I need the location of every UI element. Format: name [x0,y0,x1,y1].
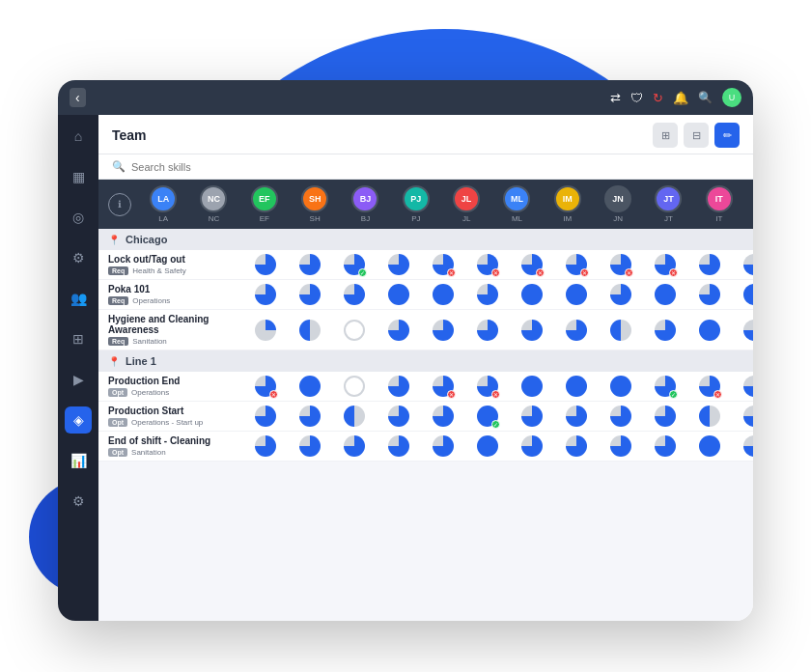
avatar[interactable]: EF [251,185,278,212]
skill-cell-pie[interactable] [433,320,454,341]
skill-cell-pie[interactable] [477,435,498,457]
avatar[interactable]: JN [604,185,631,212]
skill-cell-pie[interactable] [521,320,543,341]
avatar[interactable]: IT [706,185,733,212]
skill-cell-pie[interactable] [344,320,365,341]
skill-cell-pie[interactable] [610,435,631,457]
skill-cell-pie[interactable] [433,406,454,427]
skill-cell-pie[interactable] [699,320,720,341]
grid-view-button[interactable]: ⊞ [653,123,678,148]
skill-cell-pie[interactable] [299,320,321,341]
avatar[interactable]: BJ [351,185,378,212]
skill-cell-pie[interactable]: ✕ [699,376,720,397]
skill-cell-pie[interactable]: ✓ [344,254,365,275]
skill-cell-pie[interactable] [477,284,498,305]
sidebar-item-gauge[interactable]: ◎ [65,204,92,231]
skill-cell-pie[interactable] [388,376,409,397]
skill-cell-pie[interactable] [344,376,365,397]
sidebar-item-video[interactable]: ▶ [65,366,92,393]
edit-button[interactable]: ✏ [714,123,740,148]
sidebar-item-people[interactable]: 👥 [65,285,92,312]
skill-cell-pie[interactable] [566,435,587,457]
skill-cell-pie[interactable] [655,320,676,341]
skill-cell-pie[interactable]: ✕ [610,254,631,275]
avatar[interactable]: ML [503,185,530,212]
skill-cell-pie[interactable] [743,320,753,341]
skill-cell-pie[interactable] [299,376,321,397]
skill-cell-pie[interactable] [299,254,321,275]
skill-cell-pie[interactable] [433,435,454,457]
skill-cell-pie[interactable]: ✓ [655,376,676,397]
info-icon[interactable]: ℹ [108,193,131,216]
filter-button[interactable]: ⊟ [684,123,709,148]
skill-cell-pie[interactable] [477,320,498,341]
skill-cell-pie[interactable]: ✓ [477,406,498,427]
skill-cell-pie[interactable] [521,406,543,427]
skill-cell-pie[interactable] [344,435,365,457]
skill-cell-pie[interactable] [299,406,321,427]
skill-cell-pie[interactable] [566,376,587,397]
avatar[interactable]: SH [301,185,328,212]
sidebar-item-settings[interactable]: ⚙ [65,488,92,515]
skill-cell-pie[interactable] [699,284,720,305]
sidebar-item-home[interactable]: ⌂ [65,123,92,150]
sidebar-item-analytics[interactable]: 📊 [65,447,92,474]
skill-cell-pie[interactable] [299,284,321,305]
skill-cell-pie[interactable] [388,254,409,275]
matrix-container[interactable]: ℹ LA LA NC NC EF EF SH SH BJ BJ PJ PJ JL… [98,180,753,621]
refresh-icon[interactable]: ↻ [653,91,663,105]
skill-cell-pie[interactable]: ✕ [477,376,498,397]
notification-icon[interactable]: 🔔 [673,91,688,105]
sidebar-item-team[interactable]: ⚙ [65,244,92,271]
skill-cell-pie[interactable] [388,435,409,457]
sidebar-item-skills[interactable]: ◈ [65,406,92,434]
avatar[interactable]: NC [200,185,227,212]
avatar[interactable]: PJ [403,185,430,212]
skill-cell-pie[interactable] [521,435,543,457]
skill-cell-pie[interactable] [255,284,276,305]
skill-cell-pie[interactable] [388,320,409,341]
skill-cell-pie[interactable]: ✕ [433,376,454,397]
skill-cell-pie[interactable] [566,320,587,341]
skill-cell-pie[interactable] [655,435,676,457]
skill-cell-pie[interactable] [433,284,454,305]
skill-cell-pie[interactable]: ✕ [566,254,587,275]
search-icon[interactable]: 🔍 [698,91,713,104]
skill-cell-pie[interactable] [655,406,676,427]
skill-cell-pie[interactable] [699,406,720,427]
skill-cell-pie[interactable]: ✕ [743,376,753,397]
skill-cell-pie[interactable]: ✕ [433,254,454,275]
skill-cell-pie[interactable] [255,435,276,457]
avatar[interactable]: IM [554,185,581,212]
skill-cell-pie[interactable] [521,284,543,305]
shield-icon[interactable]: 🛡 [630,91,643,105]
search-input[interactable] [131,161,740,173]
avatar[interactable]: JL [453,185,480,212]
skill-cell-pie[interactable] [388,406,409,427]
skill-cell-pie[interactable] [566,284,587,305]
skill-cell-pie[interactable] [699,254,720,275]
back-button[interactable]: ‹ [70,88,86,107]
skill-cell-pie[interactable] [255,320,276,341]
avatar[interactable]: JT [655,185,682,212]
skill-cell-pie[interactable] [255,254,276,275]
skill-cell-pie[interactable] [610,320,631,341]
skill-cell-pie[interactable] [344,284,365,305]
skill-cell-pie[interactable]: ✕ [655,254,676,275]
skill-cell-pie[interactable] [743,284,753,305]
skill-cell-pie[interactable] [566,406,587,427]
sidebar-item-module[interactable]: ⊞ [65,325,92,352]
skill-cell-pie[interactable]: ✕ [743,254,753,275]
skill-cell-pie[interactable]: ✕ [477,254,498,275]
skill-cell-pie[interactable] [610,284,631,305]
skill-cell-pie[interactable] [610,406,631,427]
sync-icon[interactable]: ⇄ [610,91,621,105]
avatar[interactable]: LA [150,185,177,212]
user-avatar-top[interactable]: U [722,88,741,107]
skill-cell-pie[interactable]: ✕ [255,376,276,397]
skill-cell-pie[interactable] [610,376,631,397]
skill-cell-pie[interactable]: ✕ [521,254,543,275]
skill-cell-pie[interactable] [299,435,321,457]
skill-cell-pie[interactable] [344,406,365,427]
skill-cell-pie[interactable] [743,406,753,427]
